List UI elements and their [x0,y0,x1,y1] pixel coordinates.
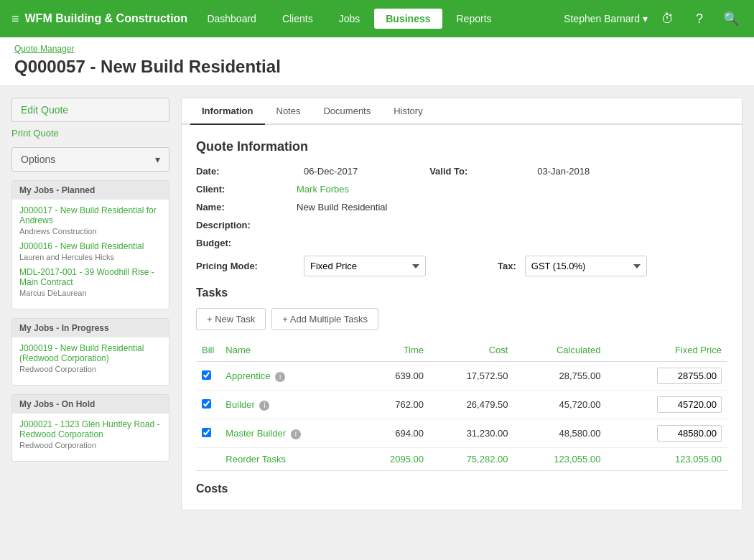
app-logo: ≡ WFM Building & Construction [11,11,195,27]
fixed-price-input-apprentice[interactable] [657,368,722,384]
table-row: Master Builder i 694.00 31,230.00 48,580… [196,419,727,448]
col-calculated: Calculated [513,339,606,362]
sidebar-section-onhold-header: My Jobs - On Hold [12,395,169,414]
tasks-section: Tasks + New Task + Add Multiple Tasks Bi… [196,286,727,471]
totals-fixedprice: 123,055.00 [606,448,727,471]
nav-business[interactable]: Business [374,9,442,29]
task-bill-apprentice [196,362,220,391]
sidebar-job-j000021-sub: Redwood Corporation [19,441,162,449]
date-value: 06-Dec-2017 [304,166,358,177]
totals-time: 2095.00 [358,448,429,471]
nav-dashboard[interactable]: Dashboard [195,9,268,29]
add-multiple-tasks-button[interactable]: + Add Multiple Tasks [271,308,378,330]
content-body: Quote Information Date: 06-Dec-2017 Vali… [182,125,742,510]
sidebar-job-j000021[interactable]: J000021 - 1323 Glen Huntley Road - Redwo… [19,419,162,439]
date-row: Date: 06-Dec-2017 Valid To: 03-Jan-2018 [196,166,727,177]
help-icon[interactable]: ? [688,7,711,30]
reorder-tasks-link[interactable]: Reorder Tasks [220,448,358,471]
print-quote-link[interactable]: Print Quote [11,125,169,141]
task-fixedprice-masterbuilder[interactable] [606,419,727,448]
reorder-row: Reorder Tasks 2095.00 75,282.00 123,055.… [196,448,727,471]
info-icon-masterbuilder[interactable]: i [291,429,301,439]
sidebar-section-inprogress-body: J000019 - New Build Residential (Redwood… [12,337,169,385]
sidebar-job-j000019[interactable]: J000019 - New Build Residential (Redwood… [19,343,162,363]
sidebar-job-mdl2017-sub: Marcus DeLaurean [19,289,162,297]
task-name-masterbuilder[interactable]: Master Builder i [220,419,358,448]
tax-select[interactable]: GST (15.0%) No Tax [525,256,647,276]
sidebar-section-inprogress: My Jobs - In Progress J000019 - New Buil… [11,318,169,386]
sidebar-job-j000016[interactable]: J000016 - New Build Residential [19,241,162,251]
col-fixed-price: Fixed Price [606,339,727,362]
nav-links: Dashboard Clients Jobs Business Reports [195,9,564,29]
task-bill-checkbox-builder[interactable] [202,399,211,409]
nav-jobs[interactable]: Jobs [327,9,372,29]
sidebar-section-planned-body: J000017 - New Build Residential for Andr… [12,200,169,309]
table-row: Apprentice i 639.00 17,572.50 28,755.00 [196,362,727,391]
client-row: Client: Mark Forbes [196,184,727,195]
info-icon-builder[interactable]: i [259,401,269,411]
totals-cost: 75,282.00 [429,448,513,471]
task-cost-masterbuilder: 31,230.00 [429,419,513,448]
logo-icon: ≡ [11,11,19,27]
user-name: Stephen Barnard [564,13,640,24]
chevron-down-icon: ▾ [155,154,160,165]
sidebar-section-planned-header: My Jobs - Planned [12,181,169,200]
task-bill-checkbox-apprentice[interactable] [202,370,211,380]
new-task-button[interactable]: + New Task [196,308,266,330]
fixed-price-input-masterbuilder[interactable] [657,425,722,442]
tax-label: Tax: [498,261,516,271]
tab-notes[interactable]: Notes [265,98,312,125]
main-layout: Edit Quote Print Quote Options ▾ My Jobs… [0,86,754,522]
totals-calculated: 123,055.00 [513,448,606,471]
history-icon[interactable]: ⏱ [656,7,679,30]
task-bill-masterbuilder [196,419,220,448]
task-calculated-masterbuilder: 48,580.00 [513,419,606,448]
client-value[interactable]: Mark Forbes [297,184,727,195]
fixed-price-input-builder[interactable] [657,396,722,413]
name-label: Name: [196,202,297,213]
task-fixedprice-apprentice[interactable] [606,362,727,391]
task-name-apprentice[interactable]: Apprentice i [220,362,358,391]
breadcrumb[interactable]: Quote Manager [14,44,74,54]
task-time-apprentice: 639.00 [358,362,429,391]
sidebar-section-onhold-body: J000021 - 1323 Glen Huntley Road - Redwo… [12,414,169,461]
description-label: Description: [196,220,297,230]
top-nav: ≡ WFM Building & Construction Dashboard … [0,0,754,37]
pricing-mode-select[interactable]: Fixed Price Time and Materials Cost Plus [304,256,426,276]
sidebar-job-j000017-sub: Andrews Construction [19,227,162,235]
task-time-builder: 762.00 [358,391,429,419]
nav-reports[interactable]: Reports [445,9,503,29]
sidebar-job-mdl2017[interactable]: MDL-2017-001 - 39 Woodhill Rise - Main C… [19,267,162,287]
sidebar-job-j000017[interactable]: J000017 - New Build Residential for Andr… [19,205,162,225]
quote-info-title: Quote Information [196,139,727,154]
info-icon-apprentice[interactable]: i [275,372,285,382]
search-icon[interactable]: 🔍 [720,7,743,30]
task-cost-apprentice: 17,572.50 [429,362,513,391]
valid-to-col: Valid To: 03-Jan-2018 [429,166,590,177]
user-menu[interactable]: Stephen Barnard ▾ [564,13,648,24]
task-fixedprice-builder[interactable] [606,391,727,419]
nav-clients[interactable]: Clients [271,9,325,29]
task-bill-checkbox-masterbuilder[interactable] [202,428,211,437]
name-row: Name: New Build Residential [196,202,727,213]
task-calculated-apprentice: 28,755.00 [513,362,606,391]
sidebar: Edit Quote Print Quote Options ▾ My Jobs… [11,98,169,510]
budget-row: Budget: [196,238,727,248]
nav-right: Stephen Barnard ▾ ⏱ ? 🔍 [564,7,743,30]
sidebar-section-onhold: My Jobs - On Hold J000021 - 1323 Glen Hu… [11,394,169,462]
task-name-builder[interactable]: Builder i [220,391,358,419]
date-col: Date: 06-Dec-2017 [196,166,358,177]
task-cost-builder: 26,479.50 [429,391,513,419]
tab-documents[interactable]: Documents [312,98,382,125]
col-bill: Bill [196,339,220,362]
tab-information[interactable]: Information [190,98,265,125]
valid-to-label: Valid To: [429,166,530,177]
options-button[interactable]: Options ▾ [11,147,169,172]
description-row: Description: [196,220,727,230]
tab-history[interactable]: History [382,98,434,125]
tasks-actions: + New Task + Add Multiple Tasks [196,308,727,330]
edit-quote-button[interactable]: Edit Quote [11,98,169,122]
tasks-table-header: Bill Name Time Cost Calculated Fixed Pri… [196,339,727,362]
table-row: Builder i 762.00 26,479.50 45,720.00 [196,391,727,419]
options-label: Options [21,154,55,165]
